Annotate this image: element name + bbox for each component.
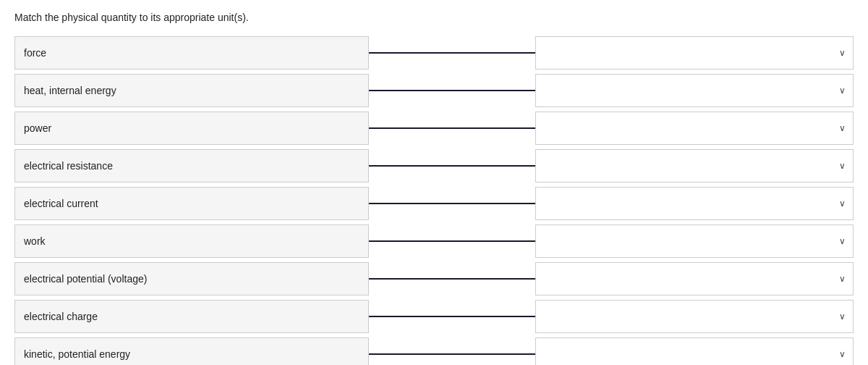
answer-dropdown-work[interactable]: ∨ bbox=[535, 225, 854, 258]
answer-dropdown-kinetic-potential-energy[interactable]: ∨ bbox=[535, 337, 854, 365]
instruction-text: Match the physical quantity to its appro… bbox=[14, 12, 854, 23]
match-row: power∨ bbox=[14, 112, 854, 145]
answer-dropdown-force[interactable]: ∨ bbox=[535, 36, 854, 70]
match-row: kinetic, potential energy∨ bbox=[14, 337, 854, 365]
answer-dropdown-power[interactable]: ∨ bbox=[535, 112, 854, 145]
match-row: electrical current∨ bbox=[14, 187, 854, 220]
label-cell-kinetic-potential-energy: kinetic, potential energy bbox=[14, 337, 369, 365]
chevron-down-icon: ∨ bbox=[839, 198, 846, 209]
answer-dropdown-electrical-charge[interactable]: ∨ bbox=[535, 300, 854, 333]
connector-line-electrical-current bbox=[369, 203, 535, 204]
label-cell-power: power bbox=[14, 112, 369, 145]
chevron-down-icon: ∨ bbox=[839, 123, 846, 133]
match-rows-container: force∨heat, internal energy∨power∨electr… bbox=[14, 36, 854, 365]
connector-line-electrical-potential-voltage bbox=[369, 278, 535, 280]
label-cell-electrical-potential-voltage: electrical potential (voltage) bbox=[14, 262, 369, 295]
connector-line-electrical-charge bbox=[369, 316, 535, 317]
label-cell-electrical-current: electrical current bbox=[14, 187, 369, 220]
chevron-down-icon: ∨ bbox=[839, 349, 846, 359]
answer-dropdown-electrical-resistance[interactable]: ∨ bbox=[535, 149, 854, 182]
answer-dropdown-electrical-potential-voltage[interactable]: ∨ bbox=[535, 262, 854, 295]
label-cell-electrical-charge: electrical charge bbox=[14, 300, 369, 333]
answer-dropdown-electrical-current[interactable]: ∨ bbox=[535, 187, 854, 220]
connector-line-kinetic-potential-energy bbox=[369, 353, 535, 355]
connector-line-electrical-resistance bbox=[369, 165, 535, 167]
connector-line-power bbox=[369, 127, 535, 129]
match-row: work∨ bbox=[14, 225, 854, 258]
match-row: force∨ bbox=[14, 36, 854, 70]
label-cell-electrical-resistance: electrical resistance bbox=[14, 149, 369, 182]
chevron-down-icon: ∨ bbox=[839, 236, 846, 246]
label-cell-heat-internal-energy: heat, internal energy bbox=[14, 74, 369, 107]
chevron-down-icon: ∨ bbox=[839, 85, 846, 96]
label-cell-force: force bbox=[14, 36, 369, 70]
chevron-down-icon: ∨ bbox=[839, 311, 846, 322]
connector-line-work bbox=[369, 240, 535, 242]
match-row: electrical potential (voltage)∨ bbox=[14, 262, 854, 295]
match-row: heat, internal energy∨ bbox=[14, 74, 854, 107]
answer-dropdown-heat-internal-energy[interactable]: ∨ bbox=[535, 74, 854, 107]
chevron-down-icon: ∨ bbox=[839, 274, 846, 284]
match-row: electrical resistance∨ bbox=[14, 149, 854, 182]
chevron-down-icon: ∨ bbox=[839, 161, 846, 171]
connector-line-force bbox=[369, 52, 535, 54]
connector-line-heat-internal-energy bbox=[369, 90, 535, 91]
label-cell-work: work bbox=[14, 225, 369, 258]
match-row: electrical charge∨ bbox=[14, 300, 854, 333]
chevron-down-icon: ∨ bbox=[839, 48, 846, 58]
